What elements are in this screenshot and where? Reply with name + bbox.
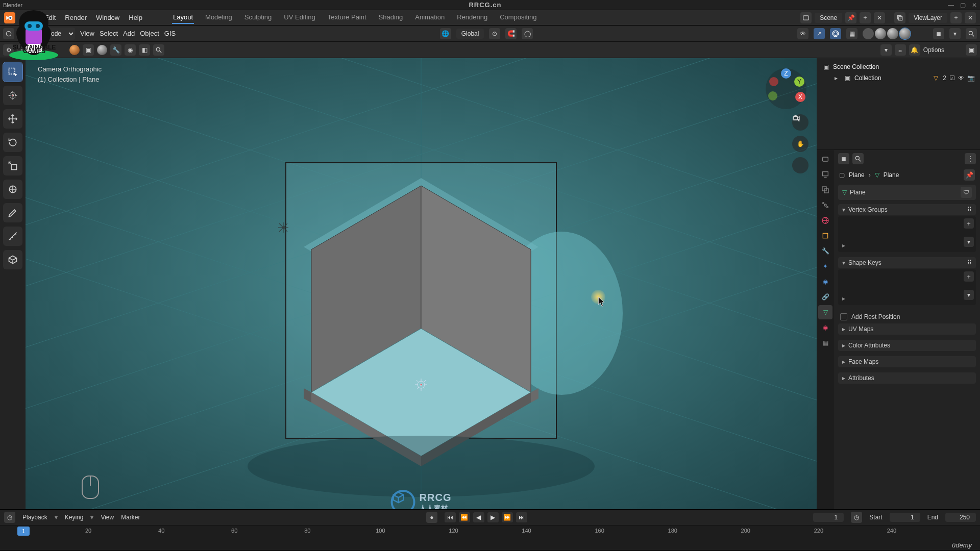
pan-icon[interactable]: ✋	[792, 136, 808, 152]
panel-head-face-maps[interactable]: ▸ Face Maps	[838, 356, 976, 367]
tab-modeling[interactable]: Modeling	[204, 11, 233, 24]
viewlayer-browse-icon[interactable]	[894, 12, 905, 23]
new-viewlayer-icon[interactable]: ＋	[950, 12, 962, 23]
orientation-select[interactable]: Global	[456, 29, 484, 39]
matcap-sphere-grey[interactable]	[97, 45, 107, 55]
timeline-menu-playback[interactable]: Playback	[22, 514, 47, 521]
crumb-data[interactable]: Plane	[884, 171, 899, 179]
new-scene-icon[interactable]: ＋	[860, 12, 871, 23]
shading-solid-icon[interactable]	[875, 28, 886, 39]
pin-icon[interactable]: 📌	[845, 12, 856, 23]
ptab-particles[interactable]: ✦	[818, 259, 832, 273]
tool-select-box[interactable]	[3, 62, 22, 82]
minimize-icon[interactable]: —	[948, 2, 954, 9]
shading-wireframe-icon[interactable]	[863, 28, 874, 39]
funnel-icon[interactable]: ⏛	[895, 44, 906, 56]
props-search-icon[interactable]	[852, 153, 864, 164]
panel-head-uv-maps[interactable]: ▸ UV Maps	[838, 323, 976, 335]
cube-filter-icon[interactable]: ◧	[139, 44, 150, 56]
auto-keying-icon[interactable]: ●	[426, 512, 437, 523]
viewlayer-name[interactable]: ViewLayer	[909, 13, 947, 23]
tool-measure[interactable]	[3, 227, 22, 246]
timeline-menu-marker[interactable]: Marker	[121, 514, 140, 521]
timeline-menu-keying[interactable]: Keying	[65, 514, 84, 521]
ptab-render[interactable]	[818, 152, 832, 166]
delete-scene-icon[interactable]: ✕	[874, 12, 885, 23]
tool-move[interactable]	[3, 109, 22, 129]
crumb-object[interactable]: Plane	[849, 171, 865, 179]
play-icon[interactable]: ▶	[487, 512, 499, 522]
timeline-editor-type-icon[interactable]: ◷	[4, 512, 15, 523]
overlays-toggle-icon[interactable]	[830, 28, 841, 39]
tab-layout[interactable]: Layout	[172, 11, 194, 24]
menu-window[interactable]: Window	[96, 14, 119, 21]
shape-key-specials-icon[interactable]: ▾	[964, 290, 974, 300]
xray-toggle-icon[interactable]: ▦	[846, 28, 857, 39]
close-icon[interactable]: ✕	[972, 2, 977, 9]
material-filter-icon[interactable]: ◉	[125, 44, 136, 56]
use-preview-range-icon[interactable]: ◷	[851, 512, 862, 523]
search-icon[interactable]	[153, 44, 164, 56]
menu-help[interactable]: Help	[129, 14, 142, 21]
tool-transform[interactable]	[3, 180, 22, 199]
ptab-output[interactable]	[818, 167, 832, 182]
timeline-ruler[interactable]: 1 20406080100120140160180200220240	[0, 525, 980, 550]
ptab-texture[interactable]: ▦	[818, 336, 832, 350]
ptab-mesh-data[interactable]: ▽	[818, 305, 832, 319]
shading-matprev-icon[interactable]	[887, 28, 898, 39]
ptab-material[interactable]: ◉	[818, 320, 832, 335]
playhead[interactable]: 1	[17, 527, 30, 536]
view-filter-icon[interactable]: ▾	[880, 44, 892, 56]
tool-rotate[interactable]	[3, 133, 22, 152]
properties-body[interactable]: ≣ ⋮ ▢ Plane › ▽ Plane 📌 ▽	[834, 150, 980, 509]
ptab-object[interactable]	[818, 229, 832, 243]
new-collection-icon[interactable]: ▣	[966, 44, 977, 56]
outliner-root[interactable]: ▣ Scene Collection	[821, 61, 976, 72]
timeline-menu-view[interactable]: View	[101, 514, 114, 521]
tab-shading[interactable]: Shading	[378, 11, 404, 24]
drag-handle-icon[interactable]: ⠿	[967, 259, 972, 266]
navigation-gizmo[interactable]: Z Y X	[765, 67, 807, 110]
ptab-scene[interactable]	[818, 198, 832, 212]
outliner-display-mode-icon[interactable]: ▾	[949, 28, 961, 39]
menu-edit[interactable]: Edit	[44, 14, 56, 21]
ptab-physics[interactable]: ◉	[818, 274, 832, 289]
delete-viewlayer-icon[interactable]: ✕	[965, 12, 976, 23]
tool-annotate[interactable]	[3, 203, 22, 222]
modifier-filter-icon[interactable]: 🔧	[110, 44, 121, 56]
tool-add-cube[interactable]	[3, 250, 22, 269]
tab-texture-paint[interactable]: Texture Paint	[327, 11, 368, 24]
play-reverse-icon[interactable]: ◀	[473, 512, 484, 522]
viewport-menu-view[interactable]: View	[80, 30, 94, 37]
panel-expand-triangle-icon[interactable]: ▸	[842, 242, 845, 249]
select-circle-icon[interactable]: ◯	[32, 44, 43, 56]
ptab-viewlayer[interactable]	[818, 183, 832, 197]
tab-uv-editing[interactable]: UV Editing	[283, 11, 316, 24]
outliner-search-icon[interactable]	[966, 28, 977, 39]
viewport-menu-add[interactable]: Add	[123, 30, 135, 37]
camera-view-icon[interactable]	[792, 157, 808, 173]
gizmo-toggle-icon[interactable]: ↗	[814, 28, 825, 39]
outliner-item-collection[interactable]: ▸ ▣ Collection ▽ 2 ☑ 👁 📷	[821, 72, 976, 84]
menu-file[interactable]: File	[24, 14, 35, 21]
props-editor-type-icon[interactable]: ≣	[838, 153, 849, 164]
panel-head-attributes[interactable]: ▸ Attributes	[838, 372, 976, 384]
shading-rendered-icon[interactable]	[899, 28, 911, 39]
snap-icon[interactable]: 🧲	[505, 28, 517, 39]
scene-browse-icon[interactable]	[800, 12, 812, 23]
panel-head-color-attributes[interactable]: ▸ Color Attributes	[838, 340, 976, 351]
tool-cursor[interactable]	[3, 86, 22, 105]
exclude-checkbox-icon[interactable]: ☑	[949, 74, 955, 82]
panel-expand-triangle-icon[interactable]: ▸	[842, 295, 845, 302]
orientation-icon[interactable]: 🌐	[440, 28, 451, 39]
blender-logo-icon[interactable]	[4, 12, 15, 23]
vertex-group-specials-icon[interactable]: ▾	[964, 237, 974, 247]
select-box-icon[interactable]: ▭	[17, 44, 29, 56]
matcap-sphere-orange[interactable]	[69, 45, 80, 55]
mesh-name-field[interactable]: ▽ Plane 🛡	[838, 185, 976, 200]
ptab-world[interactable]	[818, 213, 832, 228]
tab-sculpting[interactable]: Sculpting	[243, 11, 273, 24]
maximize-icon[interactable]: ▢	[960, 2, 966, 9]
tool-settings-icon[interactable]: ⚙	[3, 44, 14, 56]
visibility-filter-icon[interactable]: 👁	[797, 28, 808, 39]
